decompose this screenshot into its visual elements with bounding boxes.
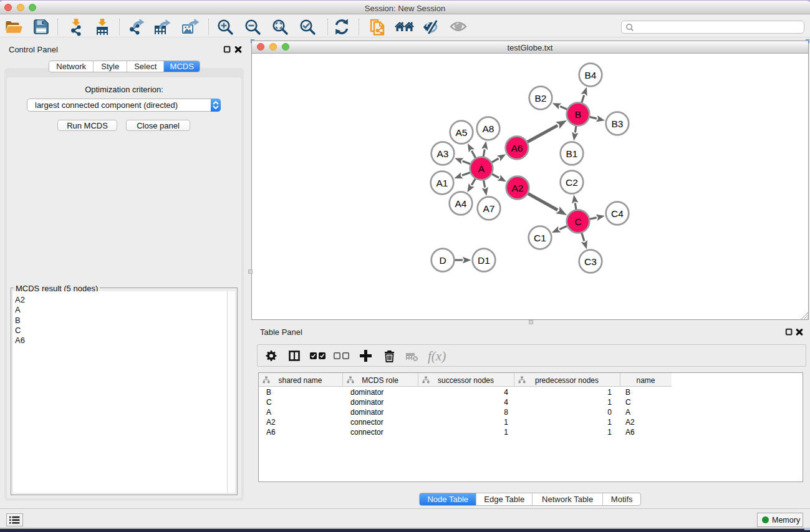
svg-text:A2: A2 bbox=[512, 183, 524, 193]
svg-text:A3: A3 bbox=[437, 148, 449, 159]
svg-text:A7: A7 bbox=[483, 203, 495, 214]
svg-text:C: C bbox=[574, 216, 581, 227]
svg-text:A: A bbox=[478, 163, 485, 174]
svg-text:C4: C4 bbox=[611, 208, 624, 219]
svg-text:A8: A8 bbox=[483, 123, 494, 134]
svg-text:B4: B4 bbox=[585, 70, 597, 80]
svg-text:B1: B1 bbox=[566, 148, 578, 159]
svg-text:D1: D1 bbox=[478, 255, 490, 266]
svg-text:A5: A5 bbox=[456, 127, 468, 138]
svg-text:C3: C3 bbox=[584, 256, 597, 267]
svg-text:B2: B2 bbox=[535, 93, 547, 104]
svg-text:B: B bbox=[575, 109, 581, 120]
svg-text:B3: B3 bbox=[612, 118, 624, 129]
svg-text:A4: A4 bbox=[455, 198, 467, 209]
svg-text:D: D bbox=[439, 255, 446, 266]
svg-text:C2: C2 bbox=[566, 177, 578, 188]
svg-text:A1: A1 bbox=[436, 178, 448, 188]
svg-text:C1: C1 bbox=[534, 233, 546, 243]
svg-text:A6: A6 bbox=[511, 143, 523, 153]
